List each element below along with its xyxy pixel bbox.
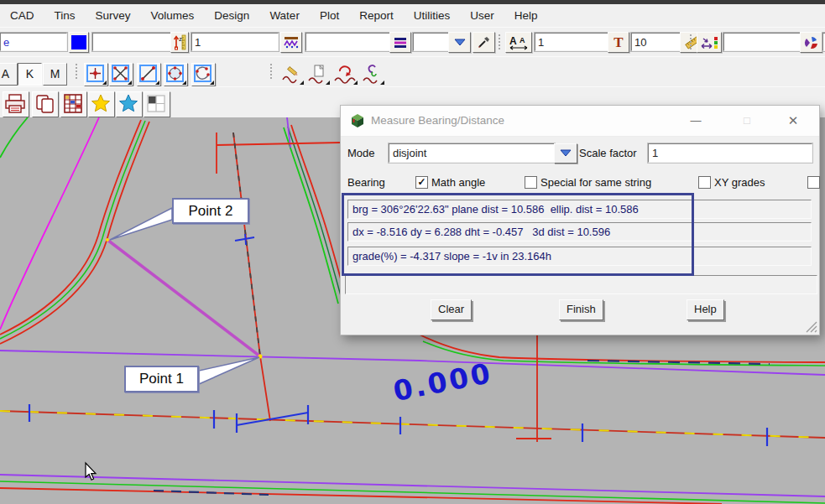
colour-swatch-button[interactable]	[69, 32, 89, 53]
mode-m-button[interactable]: M	[43, 63, 67, 86]
spreadsheet-icon[interactable]	[60, 91, 87, 117]
colour-swatch	[71, 35, 86, 49]
attributes-transfer-icon[interactable]	[697, 32, 722, 53]
dashed-centreline	[233, 132, 270, 421]
bottom-string-bundle	[0, 475, 825, 504]
point1-leader	[199, 357, 259, 384]
favourite-star-yellow-icon[interactable]	[88, 91, 115, 117]
scale-factor-label: Scale factor	[579, 147, 637, 159]
xy-grades-label: XY grades	[714, 176, 765, 189]
linestyle-icon[interactable]	[280, 32, 302, 53]
arc-snap-icon[interactable]	[191, 63, 216, 86]
close-button[interactable]: ✕	[781, 106, 806, 136]
symbol-input[interactable]	[413, 33, 452, 51]
scale-factor-input[interactable]	[648, 143, 812, 163]
text-height-input[interactable]	[631, 33, 683, 51]
menu-help[interactable]: Help	[504, 4, 548, 27]
menu-report[interactable]: Report	[349, 4, 404, 27]
minimize-button[interactable]: —	[683, 106, 708, 136]
result-delta-field[interactable]: dx = -8.516 dy = 6.288 dht = -0.457 3d d…	[347, 222, 812, 242]
window-layout-icon[interactable]	[144, 91, 170, 117]
point2-vertex	[106, 238, 109, 242]
textstyle-input[interactable]	[92, 33, 175, 51]
copy-pages-icon[interactable]	[32, 91, 59, 117]
text-size-input[interactable]	[535, 33, 608, 51]
maximize-button[interactable]: □	[734, 106, 760, 136]
road-edge-bundle-right-upper	[284, 125, 347, 304]
menu-tins[interactable]: Tins	[44, 4, 86, 27]
resize-grip[interactable]	[806, 321, 817, 333]
flyout-arrow	[380, 81, 384, 85]
reverse-string-icon[interactable]	[332, 63, 359, 86]
mode-input[interactable]	[389, 143, 555, 163]
flyout-arrow	[210, 81, 214, 85]
green-arc-topleft	[0, 117, 28, 158]
mode-label: Mode	[347, 147, 375, 159]
svg-text:A: A	[520, 36, 525, 44]
clear-button[interactable]: Clear	[431, 299, 472, 320]
xy-grades-checkbox[interactable]	[698, 176, 711, 189]
point-snap-icon[interactable]	[84, 63, 108, 86]
menu-bar: CAD Tins Survey Volumes Design Water Plo…	[0, 4, 825, 27]
math-angle-checkbox[interactable]: ✓	[415, 176, 428, 189]
style-value-input[interactable]	[305, 33, 391, 51]
flyout-arrow	[353, 81, 358, 85]
help-button[interactable]: Help	[687, 299, 724, 320]
line-snap-icon[interactable]	[137, 63, 161, 86]
finish-button[interactable]: Finish	[559, 299, 603, 320]
special-same-string-label: Special for same string	[540, 176, 651, 189]
blue-cross-vertical	[245, 234, 246, 245]
mode-k-button[interactable]: K	[18, 63, 42, 86]
toolbar-attributes: z AA T	[0, 27, 825, 57]
text-width-icon[interactable]: AA	[505, 32, 532, 53]
dialog-title-bar[interactable]: Measure Bearing/Distance — □ ✕	[341, 106, 819, 137]
menu-design[interactable]: Design	[204, 4, 259, 27]
message-field[interactable]	[345, 275, 817, 294]
string-info-icon[interactable]	[306, 63, 332, 86]
point2-label: Point 2	[172, 198, 249, 224]
result-grade-field[interactable]: grade(%) = -4.317 slope = -1v in 23.164h	[347, 247, 812, 266]
12d-model-icon	[349, 113, 365, 128]
bearing-label: Bearing	[347, 176, 385, 189]
special-same-string-checkbox[interactable]	[525, 176, 537, 189]
print-icon[interactable]	[3, 91, 29, 117]
point1-label: Point 1	[124, 366, 199, 392]
attribute-input[interactable]	[723, 33, 802, 51]
flyout-arrow	[128, 81, 132, 85]
flyout-arrow	[155, 81, 159, 85]
pinwheel-icon[interactable]	[800, 32, 822, 53]
menu-plot[interactable]: Plot	[310, 4, 349, 27]
mode-dropdown-button[interactable]	[554, 143, 577, 164]
separator	[499, 34, 501, 49]
intersect-snap-icon[interactable]	[109, 63, 133, 86]
text-style-icon[interactable]: T	[608, 32, 629, 53]
smooth-string-icon[interactable]	[361, 63, 386, 86]
menu-volumes[interactable]: Volumes	[141, 4, 205, 27]
line-weight-icon[interactable]	[389, 32, 411, 53]
mode-a-button[interactable]: A	[0, 63, 18, 86]
measure-bearing-distance-dialog: Measure Bearing/Distance — □ ✕ Mode Scal…	[340, 105, 820, 335]
application-window: CAD Tins Survey Volumes Design Water Plo…	[0, 0, 825, 504]
z-scale-icon[interactable]: z	[170, 32, 189, 53]
separator	[76, 64, 78, 79]
t-glyph: T	[614, 34, 623, 51]
menu-cad[interactable]: CAD	[0, 4, 44, 27]
flyout-arrow	[326, 81, 330, 85]
menu-user[interactable]: User	[460, 4, 504, 27]
circle-snap-icon[interactable]	[164, 63, 188, 86]
menu-utilities[interactable]: Utilities	[404, 4, 461, 27]
favourite-star-blue-icon[interactable]	[116, 91, 143, 117]
edit-string-icon[interactable]	[280, 63, 305, 86]
z-value-input[interactable]	[191, 33, 279, 51]
menu-water[interactable]: Water	[259, 4, 310, 27]
measure-line	[107, 240, 260, 356]
menu-survey[interactable]: Survey	[86, 4, 141, 27]
eyedropper-icon[interactable]	[473, 32, 495, 53]
dropdown-icon[interactable]	[448, 32, 471, 53]
cad-name-input[interactable]	[0, 33, 67, 51]
extra-checkbox[interactable]	[807, 176, 820, 189]
red-cross-string	[516, 330, 551, 442]
point2-leader	[110, 208, 172, 240]
result-bearing-field[interactable]: brg = 306°26'22.63" plane dist = 10.586 …	[347, 200, 812, 219]
yellow-dashed-centreline	[0, 411, 825, 438]
